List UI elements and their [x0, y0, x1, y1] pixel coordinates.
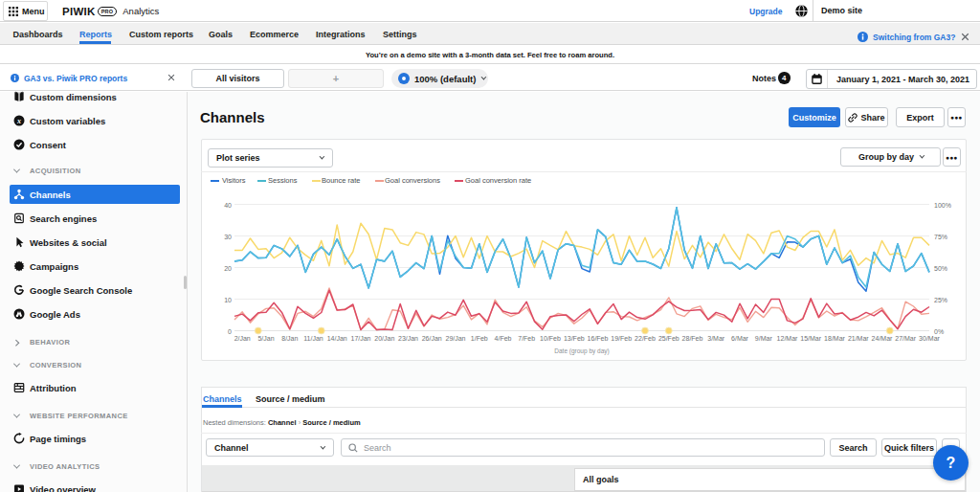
svg-text:24/Mar: 24/Mar: [872, 335, 893, 342]
svg-text:19/Feb: 19/Feb: [611, 335, 632, 342]
svg-text:28/Feb: 28/Feb: [682, 335, 703, 342]
svg-text:6/Mar: 6/Mar: [731, 335, 749, 342]
svg-text:26/Jan: 26/Jan: [422, 335, 442, 342]
svg-text:20/Jan: 20/Jan: [374, 335, 394, 342]
svg-text:11/Jan: 11/Jan: [303, 335, 323, 342]
svg-text:30/Mar: 30/Mar: [919, 335, 940, 342]
svg-text:27/Mar: 27/Mar: [895, 335, 916, 342]
svg-text:10/Feb: 10/Feb: [540, 335, 561, 342]
svg-text:14/Jan: 14/Jan: [327, 335, 347, 342]
svg-text:x: x: [16, 117, 21, 125]
svg-text:7/Feb: 7/Feb: [518, 335, 535, 342]
svg-text:2/Jan: 2/Jan: [234, 335, 251, 342]
svg-text:15/Mar: 15/Mar: [800, 335, 821, 342]
svg-text:3/Mar: 3/Mar: [707, 335, 725, 342]
svg-text:20: 20: [224, 265, 232, 272]
svg-text:5/Jan: 5/Jan: [257, 335, 274, 342]
svg-text:Date (group by day): Date (group by day): [554, 347, 609, 355]
svg-text:9/Mar: 9/Mar: [755, 335, 773, 342]
svg-text:100%: 100%: [934, 202, 951, 209]
svg-text:21/Mar: 21/Mar: [848, 335, 869, 342]
svg-text:0: 0: [228, 328, 232, 335]
svg-text:13/Feb: 13/Feb: [564, 335, 585, 342]
svg-text:10: 10: [224, 297, 232, 303]
svg-text:16/Feb: 16/Feb: [588, 335, 609, 342]
svg-text:4/Feb: 4/Feb: [495, 335, 512, 342]
svg-text:29/Jan: 29/Jan: [445, 335, 465, 342]
svg-text:17/Jan: 17/Jan: [350, 335, 370, 342]
svg-text:18/Mar: 18/Mar: [824, 335, 845, 342]
svg-text:23/Jan: 23/Jan: [398, 335, 418, 342]
svg-text:1/Feb: 1/Feb: [471, 335, 488, 342]
svg-text:25%: 25%: [934, 297, 947, 303]
svg-text:30: 30: [224, 234, 232, 240]
svg-text:22/Feb: 22/Feb: [635, 335, 656, 342]
svg-text:12/Mar: 12/Mar: [777, 335, 798, 342]
svg-text:8/Jan: 8/Jan: [281, 335, 298, 342]
svg-text:75%: 75%: [934, 234, 947, 240]
svg-text:40: 40: [224, 202, 232, 209]
svg-text:25/Feb: 25/Feb: [658, 335, 679, 342]
svg-text:50%: 50%: [934, 265, 947, 272]
